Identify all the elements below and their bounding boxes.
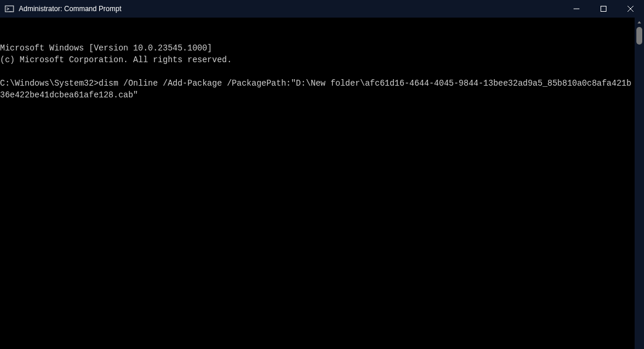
copyright-line: (c) Microsoft Corporation. All rights re… [0, 55, 232, 65]
minimize-button[interactable] [563, 0, 590, 18]
vertical-scrollbar[interactable] [635, 18, 644, 349]
version-line: Microsoft Windows [Version 10.0.23545.10… [0, 43, 212, 53]
prompt-text: C:\Windows\System32> [0, 79, 99, 88]
window-titlebar[interactable]: >_ Administrator: Command Prompt [0, 0, 644, 18]
scroll-thumb[interactable] [636, 27, 642, 45]
terminal-area[interactable]: Microsoft Windows [Version 10.0.23545.10… [0, 18, 644, 349]
cmd-icon: >_ [5, 4, 14, 13]
window-title: Administrator: Command Prompt [19, 5, 122, 13]
maximize-button[interactable] [590, 0, 617, 18]
svg-text:>_: >_ [6, 6, 12, 12]
svg-marker-6 [638, 21, 641, 23]
scroll-up-arrow[interactable] [635, 18, 644, 27]
close-button[interactable] [617, 0, 644, 18]
svg-rect-3 [601, 6, 606, 12]
window-controls [563, 0, 644, 18]
titlebar-left: >_ Administrator: Command Prompt [0, 4, 122, 13]
terminal-content: Microsoft Windows [Version 10.0.23545.10… [0, 42, 644, 101]
